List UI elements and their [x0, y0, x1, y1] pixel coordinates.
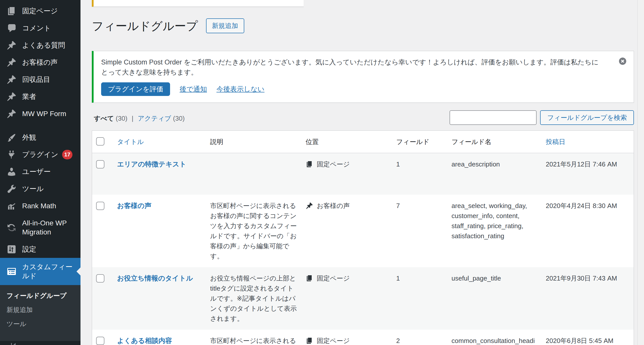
filter-separator: |	[132, 115, 134, 122]
row-checkbox[interactable]	[96, 202, 104, 210]
pages-icon	[306, 274, 313, 282]
sidebar-item-label: 回収品目	[22, 75, 50, 84]
sidebar-item-pages[interactable]: 固定ページ	[0, 3, 80, 20]
cell-location: お客様の声	[302, 195, 392, 267]
submenu-item-tools[interactable]: ツール	[0, 317, 80, 331]
table-row: エリアの特徴テキスト 固定ページ 1 area_description 2021…	[92, 153, 634, 195]
sidebar-item-tools[interactable]: ツール	[0, 180, 80, 197]
column-header-title[interactable]: タイトル	[117, 138, 144, 146]
row-checkbox[interactable]	[96, 274, 104, 283]
sidebar-item-all-in-one-wp-migration[interactable]: All-in-One WP Migration	[0, 215, 80, 241]
cell-field-count: 2	[392, 330, 448, 345]
cell-location: 固定ページ	[302, 153, 392, 195]
sidebar-item-label: ツール	[22, 184, 44, 193]
submenu-item-add-new[interactable]: 新規追加	[0, 303, 80, 317]
list-controls: すべて (30) | アクティブ (30) フィールドグループを検索	[92, 110, 634, 125]
filter-all[interactable]: すべて	[94, 115, 114, 122]
sidebar-item-appearance[interactable]: 外観	[0, 129, 80, 146]
search-button[interactable]: フィールドグループを検索	[540, 110, 634, 125]
sidebar-item-label: コメント	[22, 24, 51, 33]
cell-field-names: area_description	[448, 153, 542, 195]
sidebar-item-label: プラグイン	[22, 150, 58, 159]
sidebar-item-testimonials[interactable]: お客様の声	[0, 54, 80, 71]
rate-plugin-button[interactable]: プラグインを評価	[101, 82, 170, 96]
sidebar-item-settings[interactable]: 設定	[0, 241, 80, 258]
sidebar-item-plugins[interactable]: プラグイン 17	[0, 146, 80, 163]
cell-field-count: 7	[392, 195, 448, 267]
submenu-item-label: 新規追加	[7, 305, 33, 314]
sidebar-item-collection-items[interactable]: 回収品目	[0, 71, 80, 88]
pin-icon	[7, 75, 17, 85]
column-header-location: 位置	[302, 131, 392, 153]
sidebar-item-label: 設定	[22, 245, 36, 254]
field-group-title-link[interactable]: よくある相談内容	[117, 337, 172, 344]
tools-icon	[7, 184, 17, 194]
cell-description: 市区町村ページに表示されるお客様の声に関するコンテンツを入力するカスタムフィール…	[206, 195, 302, 267]
sidebar-item-vendors[interactable]: 業者	[0, 88, 80, 105]
select-all-checkbox[interactable]	[96, 137, 104, 146]
add-new-button[interactable]: 新規追加	[206, 18, 244, 33]
chart-icon	[7, 201, 17, 211]
sidebar-item-comments[interactable]: コメント	[0, 20, 80, 37]
cell-date: 2020年6月8日 5:45 AM	[542, 330, 634, 345]
page-title: フィールドグループ	[92, 19, 198, 32]
plugin-rating-notice: Simple Custom Post Order をご利用いだたきありがとうござ…	[92, 51, 634, 103]
remind-later-link[interactable]: 後で通知	[180, 85, 207, 94]
table-row: お客様の声 市区町村ページに表示されるお客様の声に関するコンテンツを入力するカス…	[92, 195, 634, 267]
sidebar-item-custom-fields[interactable]: カスタムフィールド	[0, 258, 80, 285]
submenu-item-field-groups[interactable]: フィールドグループ	[0, 289, 80, 303]
pin-icon	[7, 109, 17, 119]
sidebar-item-label: Rank Math	[22, 201, 56, 211]
pages-icon	[306, 337, 313, 344]
filter-active-count: (30)	[173, 115, 185, 122]
page-title-row: フィールドグループ 新規追加	[92, 18, 634, 33]
filter-active[interactable]: アクティブ	[138, 115, 171, 122]
cell-location: 固定ページ	[302, 267, 392, 330]
migration-icon	[7, 223, 17, 233]
column-header-description: 説明	[206, 131, 302, 153]
sidebar-item-mw-wp-form[interactable]: MW WP Form	[0, 105, 80, 122]
sidebar-item-label: カスタムフィールド	[22, 262, 76, 281]
cell-date: 2021年5月12日 7:46 AM	[542, 153, 634, 195]
admin-menu: 固定ページ コメント よくある質問 お客様の声 回収品目 業者 MW WP Fo…	[0, 0, 80, 341]
menu-separator	[0, 122, 80, 129]
sidebar-item-label: お客様の声	[22, 58, 58, 67]
sidebar-item-faq[interactable]: よくある質問	[0, 37, 80, 54]
sidebar-item-label: MW WP Form	[22, 109, 66, 118]
dismissed-warning-notice-partial	[92, 0, 304, 7]
field-group-title-link[interactable]: お役立ち情報のタイトル	[117, 274, 193, 282]
pin-icon	[7, 40, 17, 50]
dismiss-notice-button[interactable]	[618, 57, 627, 66]
custom-fields-submenu: フィールドグループ 新規追加 ツール	[0, 285, 80, 341]
cell-field-count: 1	[392, 267, 448, 330]
field-group-title-link[interactable]: エリアの特徴テキスト	[117, 160, 186, 168]
search-input[interactable]	[450, 110, 537, 125]
cell-date: 2021年9月30日 7:43 AM	[542, 267, 634, 330]
row-checkbox[interactable]	[96, 160, 104, 168]
sidebar-item-rank-math[interactable]: Rank Math	[0, 197, 80, 215]
main-content: フィールドグループ 新規追加 Simple Custom Post Order …	[80, 0, 644, 345]
cell-field-names: useful_page_title	[448, 267, 542, 330]
plugins-icon	[7, 150, 17, 160]
dismiss-icon	[618, 57, 627, 66]
row-checkbox[interactable]	[96, 337, 104, 345]
sidebar-item-label: 外観	[22, 133, 36, 142]
table-row: お役立ち情報のタイトル お役立ち情報ページの上部とtitleタグに設定されるタイ…	[92, 267, 634, 330]
never-show-link[interactable]: 今後表示しない	[216, 85, 264, 94]
column-header-date[interactable]: 投稿日	[546, 138, 566, 146]
cell-field-names: common_consultation_heading, common_cons…	[448, 330, 542, 345]
table-row: よくある相談内容 市区町村ページに表示されるよくいただく相談内容に関するコンテン…	[92, 330, 634, 345]
field-group-title-link[interactable]: お客様の声	[117, 202, 151, 210]
pages-icon	[306, 160, 313, 168]
status-filters: すべて (30) | アクティブ (30)	[92, 114, 185, 125]
vertical-scrollbar[interactable]	[637, 0, 644, 345]
submenu-item-label: ツール	[7, 320, 26, 328]
collapse-menu-icon[interactable]	[10, 341, 17, 345]
cell-location: 固定ページ	[302, 330, 392, 345]
pin-icon	[306, 202, 313, 210]
column-header-field-name: フィールド名	[448, 131, 542, 153]
sidebar-item-users[interactable]: ユーザー	[0, 163, 80, 180]
cell-date: 2020年4月24日 8:30 AM	[542, 195, 634, 267]
sidebar-item-label: よくある質問	[22, 41, 65, 50]
pages-icon	[7, 6, 17, 16]
